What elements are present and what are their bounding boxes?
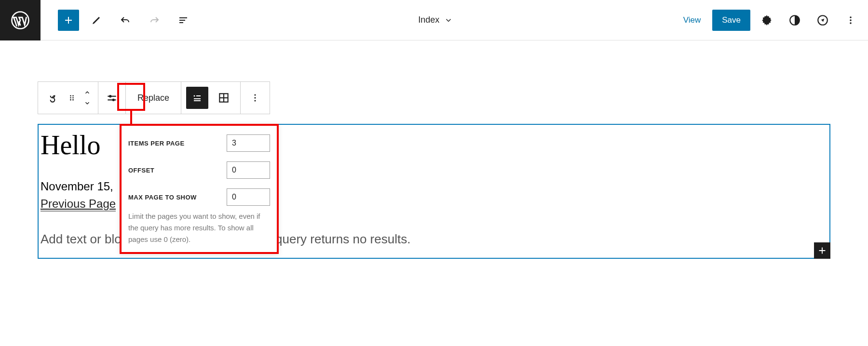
svg-point-25	[254, 100, 256, 101]
editor-header: Index View Save	[0, 0, 868, 40]
list-view-icon	[177, 14, 189, 26]
add-block-button[interactable]	[58, 10, 79, 31]
svg-point-16	[194, 95, 195, 97]
move-up-button[interactable]	[81, 87, 94, 98]
edit-tool-button[interactable]	[85, 9, 108, 32]
svg-point-10	[70, 99, 71, 101]
template-name-dropdown[interactable]: Index	[195, 15, 677, 25]
template-name: Index	[418, 15, 439, 25]
navigation-button[interactable]	[811, 9, 834, 32]
drag-handle[interactable]	[64, 86, 80, 109]
drag-icon	[67, 93, 77, 103]
svg-point-9	[72, 97, 74, 99]
wordpress-icon	[11, 11, 30, 30]
three-dots-vertical-icon	[845, 14, 856, 26]
block-type-button[interactable]	[41, 86, 64, 109]
svg-point-5	[850, 22, 852, 24]
items-per-page-label: Items Per Page	[128, 140, 185, 147]
list-view-button[interactable]	[172, 9, 195, 32]
max-page-help-text: Limit the pages you want to show, even i…	[128, 211, 270, 245]
previous-page-link[interactable]: Previous Page	[41, 197, 116, 212]
display-settings-popover: Items Per Page Offset Max page to show L…	[120, 124, 279, 254]
header-right-tools: View Save	[677, 9, 862, 32]
save-button[interactable]: Save	[712, 10, 750, 31]
wordpress-logo-button[interactable]	[0, 0, 41, 40]
svg-point-8	[70, 97, 71, 99]
editor-canvas: Hello November 15, Previous Page Add tex…	[38, 124, 830, 259]
svg-point-15	[112, 99, 115, 101]
grid-layout-icon	[217, 92, 230, 104]
svg-point-3	[850, 16, 852, 18]
plus-icon	[63, 14, 74, 26]
list-layout-icon	[191, 92, 203, 104]
header-left-tools	[41, 9, 195, 32]
replace-button[interactable]: Replace	[129, 82, 178, 114]
pencil-icon	[91, 14, 102, 26]
styles-button[interactable]	[783, 9, 806, 32]
offset-label: Offset	[128, 167, 154, 174]
svg-point-13	[109, 95, 111, 97]
compass-icon	[816, 14, 829, 27]
svg-point-4	[850, 19, 852, 21]
view-link[interactable]: View	[677, 11, 708, 30]
max-page-label: Max page to show	[128, 194, 197, 201]
items-per-page-input[interactable]	[227, 134, 270, 152]
chevron-down-icon	[83, 100, 92, 106]
block-toolbar: Replace	[38, 81, 270, 114]
contrast-icon	[788, 14, 801, 27]
undo-icon	[120, 14, 131, 26]
list-layout-button[interactable]	[186, 87, 208, 109]
gear-icon	[760, 14, 773, 27]
svg-point-24	[254, 97, 256, 98]
three-dots-vertical-icon	[249, 92, 261, 104]
add-block-inline-button[interactable]	[814, 242, 830, 259]
sliders-icon	[106, 92, 118, 104]
svg-point-11	[72, 99, 74, 101]
settings-button[interactable]	[755, 9, 778, 32]
more-options-button[interactable]	[839, 9, 862, 32]
chevron-down-icon	[444, 16, 453, 25]
undo-button[interactable]	[114, 9, 137, 32]
plus-icon	[817, 245, 827, 256]
block-more-options[interactable]	[244, 86, 267, 109]
svg-point-23	[254, 94, 256, 95]
chevron-up-icon	[83, 89, 92, 96]
query-loop-icon	[46, 92, 59, 104]
display-settings-button[interactable]	[100, 86, 123, 109]
max-page-input[interactable]	[227, 188, 270, 206]
svg-point-7	[72, 95, 74, 97]
grid-layout-button[interactable]	[212, 86, 235, 109]
svg-point-6	[70, 95, 71, 97]
redo-icon	[149, 14, 160, 26]
move-down-button[interactable]	[81, 98, 94, 108]
offset-input[interactable]	[227, 161, 270, 179]
redo-button[interactable]	[143, 9, 166, 32]
